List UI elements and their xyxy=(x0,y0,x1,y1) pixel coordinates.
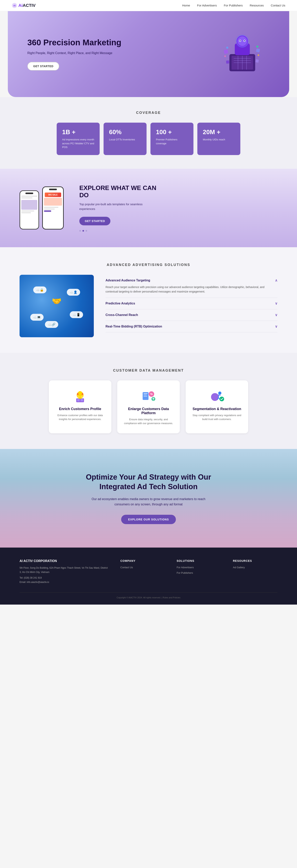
advanced-image: 🤝 ☁️🔒 ☁️👤 ☁️💻 ☁️📱 ☁️🔗 xyxy=(20,275,94,337)
screen-line xyxy=(44,207,58,208)
accordion-chevron-1: ∨ xyxy=(275,301,277,306)
accordion-item-1: Predictive Analytics ∨ xyxy=(106,298,277,309)
svg-rect-33 xyxy=(80,396,81,398)
svg-text:%: % xyxy=(150,393,153,396)
svg-point-12 xyxy=(238,36,247,46)
footer-bottom: Copyright © AiACTIV 2024. All rights res… xyxy=(20,592,277,599)
carousel-dot-0[interactable] xyxy=(79,230,81,231)
screen-line xyxy=(21,200,37,210)
accordion-label-0: Advanced Audience Targeting xyxy=(106,279,150,282)
footer-solutions-link-1[interactable]: For Publishers xyxy=(177,571,221,575)
cdm-card-title-0: Enrich Customers Profile xyxy=(55,407,106,411)
footer-solutions-links: For Advertisers For Publishers xyxy=(177,565,221,575)
cdm-card-illustration-0 xyxy=(55,388,106,404)
nav-item-home[interactable]: Home xyxy=(182,4,190,7)
explore-title: EXPLORE WHAT WE CAN DO xyxy=(79,184,157,199)
hero-subtitle: Right People, Right Context, Right Place… xyxy=(27,51,121,56)
cdm-card-title-2: Segmentation & Reactivation xyxy=(191,407,242,411)
footer-resources-links: Ad Gallery xyxy=(233,565,277,569)
hero-content: 360 Precision Marketing Right People, Ri… xyxy=(27,38,121,70)
accordion-label-1: Predictive Analytics xyxy=(106,302,135,305)
footer-col-company: COMPANY Contact Us xyxy=(120,559,165,584)
illustration-container: 🤝 ☁️🔒 ☁️👤 ☁️💻 ☁️📱 ☁️🔗 xyxy=(27,282,86,331)
coverage-desc-1: Local OTTs Inventories xyxy=(109,138,141,142)
svg-rect-22 xyxy=(256,59,259,63)
svg-point-16 xyxy=(244,40,245,41)
phone-mockup-2: BIG SALE xyxy=(42,186,64,229)
cloud-1: ☁️🔒 xyxy=(33,286,47,293)
brand-logo[interactable]: AI AiACTIV xyxy=(12,3,35,8)
svg-rect-21 xyxy=(226,60,229,64)
advanced-content: 🤝 ☁️🔒 ☁️👤 ☁️💻 ☁️📱 ☁️🔗 Advanced Audience … xyxy=(20,275,277,337)
phone-notch-1 xyxy=(25,192,33,194)
carousel-dots xyxy=(79,230,157,231)
footer-company-links: Contact Us xyxy=(120,565,165,569)
accordion-chevron-2: ∨ xyxy=(275,313,277,317)
explore-subtitle: Top popular pre-built ads templates for … xyxy=(79,202,157,211)
hero-section: 360 Precision Marketing Right People, Ri… xyxy=(8,11,289,97)
hero-cta-button[interactable]: GET STARTED xyxy=(27,62,59,70)
footer-copyright: Copyright © AiACTIV 2024. All rights res… xyxy=(20,596,277,599)
carousel-dot-2[interactable] xyxy=(86,230,87,231)
accordion: Advanced Audience Targeting ∧ Reach your… xyxy=(106,275,277,337)
coverage-desc-0: Ad impressions every month across PC/ Mo… xyxy=(62,138,94,149)
coverage-section: COVERAGE 1B + Ad impressions every month… xyxy=(0,97,297,169)
svg-rect-36 xyxy=(144,393,148,394)
enlarge-icon: % xyxy=(141,388,156,404)
cdm-card-0: Enrich Customers Profile Enhance custome… xyxy=(49,380,111,434)
screen-line xyxy=(21,212,31,213)
cdm-card-desc-0: Enhance customer profiles with our data … xyxy=(55,413,106,422)
coverage-stat-0: 1B + xyxy=(62,128,94,136)
hero-title: 360 Precision Marketing xyxy=(27,38,121,48)
cta-button[interactable]: EXPLORE OUR SOLUTIONS xyxy=(121,515,176,524)
accordion-header-1[interactable]: Predictive Analytics ∨ xyxy=(106,301,277,306)
phone-mockup-1 xyxy=(20,190,39,229)
explore-section: BIG SALE EXPLORE WHAT WE CAN DO Top popu… xyxy=(0,169,297,247)
footer-solutions-link-0[interactable]: For Advertisers xyxy=(177,565,221,569)
screen-line xyxy=(21,196,37,197)
cdm-title: CUSTOMER DATA MANAGEMENT xyxy=(20,369,277,373)
footer-company-heading: COMPANY xyxy=(120,559,165,562)
svg-point-25 xyxy=(224,56,226,57)
person-icon: 🤝 xyxy=(52,297,62,306)
footer-brand-name: AI ACTIV CORPORATION xyxy=(20,559,109,563)
enrich-icon xyxy=(72,388,88,404)
explore-cta-button[interactable]: GET STARTED xyxy=(79,217,110,225)
accordion-label-3: Real-Time Bidding (RTB) Optimization xyxy=(106,325,162,328)
cdm-card-1: % Enlarge Customers Data Platform Ensure… xyxy=(117,380,180,434)
svg-point-26 xyxy=(258,54,259,56)
cdm-cards: Enrich Customers Profile Enhance custome… xyxy=(20,380,277,434)
accordion-header-3[interactable]: Real-Time Bidding (RTB) Optimization ∨ xyxy=(106,324,277,329)
phone-screen-2: BIG SALE xyxy=(43,191,63,213)
coverage-card-0: 1B + Ad impressions every month across P… xyxy=(57,123,100,155)
coverage-desc-3: Monthly UIDs reach xyxy=(203,138,235,142)
svg-point-24 xyxy=(256,45,259,48)
accordion-header-0[interactable]: Advanced Audience Targeting ∧ xyxy=(106,278,277,283)
screen-line xyxy=(21,211,34,212)
footer-company-link-0[interactable]: Contact Us xyxy=(120,565,165,569)
footer-email: Email: info.aiactiv@aiactiv.io xyxy=(20,580,109,585)
cdm-card-illustration-2 xyxy=(191,388,242,404)
footer-resources-link-0[interactable]: Ad Gallery xyxy=(233,565,277,569)
coverage-title: COVERAGE xyxy=(20,111,277,115)
sale-banner: BIG SALE xyxy=(45,192,61,197)
cta-subtitle: Our ad ecosystem enables media owners to… xyxy=(90,496,207,507)
cta-title: Optimize Your Ad Strategy with Our Integ… xyxy=(80,472,217,492)
advanced-title: ADVANCED ADVERTISING SOLUTIONS xyxy=(20,263,277,267)
accordion-header-2[interactable]: Cross-Channel Reach ∨ xyxy=(106,313,277,317)
nav-item-contact[interactable]: Contact Us xyxy=(271,4,285,7)
nav-item-advertisers[interactable]: For Advertisers xyxy=(197,4,217,7)
navbar: AI AiACTIV Home For Advertisers For Publ… xyxy=(0,0,297,11)
cloud-3: ☁️💻 xyxy=(30,314,43,321)
screen-line xyxy=(44,210,51,212)
nav-links: Home For Advertisers For Publishers Reso… xyxy=(182,4,286,7)
coverage-cards: 1B + Ad impressions every month across P… xyxy=(20,123,277,155)
carousel-dot-1[interactable] xyxy=(83,230,84,231)
cta-section: Optimize Your Ad Strategy with Our Integ… xyxy=(0,449,297,548)
nav-item-publishers[interactable]: For Publishers xyxy=(224,4,243,7)
footer: AI ACTIV CORPORATION 5th Floor, Song Do … xyxy=(0,548,297,604)
phone-notch-2 xyxy=(49,189,57,190)
nav-item-resources[interactable]: Resources xyxy=(250,4,264,7)
cdm-card-2: Segmentation & Reactivation Stay complia… xyxy=(186,380,248,434)
explore-content: EXPLORE WHAT WE CAN DO Top popular pre-b… xyxy=(79,184,157,231)
